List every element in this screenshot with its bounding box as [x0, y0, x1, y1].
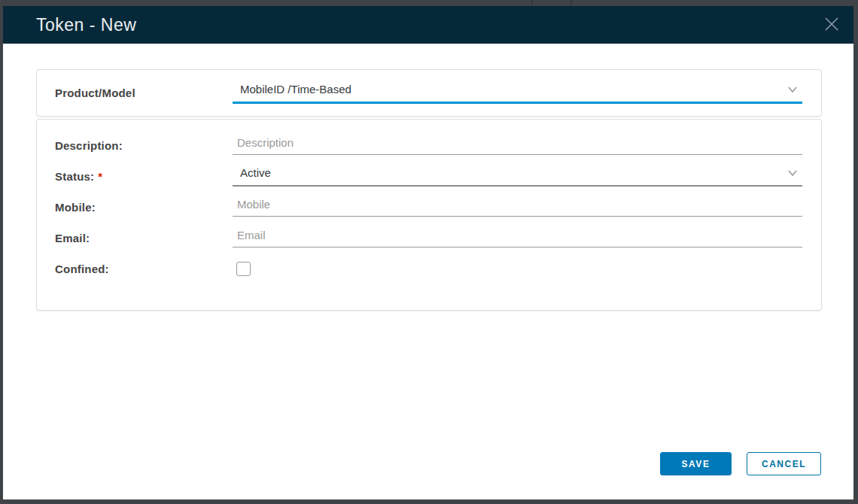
product-model-value[interactable]: MobileID /Time-Based	[233, 83, 802, 102]
status-row: Status:* Active	[37, 161, 821, 192]
product-model-label: Product/Model	[37, 87, 233, 99]
mobile-label: Mobile:	[37, 201, 233, 214]
confined-checkbox[interactable]	[236, 262, 251, 276]
modal-header: Token - New	[3, 6, 853, 44]
save-button[interactable]: SAVE	[660, 452, 732, 475]
status-select[interactable]: Active	[233, 166, 802, 187]
close-icon[interactable]	[819, 11, 844, 37]
description-label: Description:	[37, 139, 233, 152]
mobile-field-area	[233, 198, 802, 217]
email-field-area	[233, 229, 802, 247]
token-new-modal: Token - New Product/Model MobileID /Time…	[3, 6, 853, 499]
status-value[interactable]: Active	[233, 166, 802, 185]
confined-row: Confined:	[37, 254, 821, 284]
email-label: Email:	[37, 232, 233, 244]
token-details-panel: Description: Status:* Active Mobile:	[36, 119, 822, 311]
mobile-input[interactable]	[233, 198, 802, 217]
product-model-row: Product/Model MobileID /Time-Based	[37, 70, 821, 116]
product-model-select[interactable]: MobileID /Time-Based	[233, 83, 802, 104]
status-label: Status:*	[37, 170, 233, 183]
description-row: Description:	[37, 130, 821, 161]
cancel-button[interactable]: CANCEL	[747, 452, 821, 475]
email-row: Email:	[37, 223, 821, 254]
confined-label: Confined:	[37, 263, 233, 275]
modal-title: Token - New	[36, 15, 136, 35]
description-field-area	[233, 136, 802, 155]
confined-field-area	[233, 262, 802, 276]
product-model-panel: Product/Model MobileID /Time-Based	[36, 69, 822, 117]
page-background: Token - New Product/Model MobileID /Time…	[0, 0, 858, 504]
page-edge-seam	[570, 0, 572, 6]
required-marker: *	[98, 170, 102, 183]
description-input[interactable]	[233, 136, 802, 155]
page-edge-seam	[531, 0, 533, 6]
mobile-row: Mobile:	[37, 192, 821, 223]
email-input[interactable]	[233, 229, 802, 247]
